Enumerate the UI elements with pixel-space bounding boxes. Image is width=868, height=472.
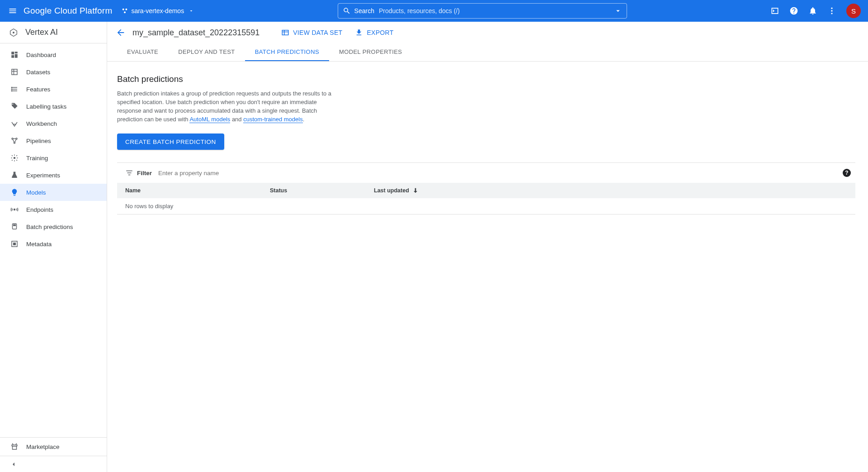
sidebar-item-batch-predictions[interactable]: Batch predictions (0, 218, 107, 235)
svg-rect-10 (11, 55, 14, 58)
desc-and: and (230, 116, 243, 123)
back-button[interactable] (115, 27, 126, 38)
svg-point-2 (124, 11, 126, 13)
sidebar-item-experiments[interactable]: Experiments (0, 167, 107, 184)
sidebar-item-label: Workbench (26, 120, 57, 127)
content-heading: Batch predictions (117, 74, 855, 84)
svg-rect-23 (14, 225, 16, 226)
features-icon (10, 85, 19, 94)
automl-models-link[interactable]: AutoML models (189, 116, 230, 123)
custom-trained-models-link[interactable]: custom-trained models (243, 116, 303, 123)
cloud-shell-icon (770, 6, 779, 15)
dashboard-icon (10, 50, 19, 59)
sidebar-item-label: Metadata (26, 241, 52, 248)
sidebar-item-label: Datasets (26, 69, 50, 76)
search-dropdown-icon[interactable] (614, 7, 622, 15)
notifications-button[interactable] (808, 6, 817, 15)
kebab-icon (827, 6, 836, 15)
sidebar-item-features[interactable]: Features (0, 81, 107, 98)
datasets-icon (10, 67, 19, 76)
view-dataset-button[interactable]: VIEW DATA SET (281, 29, 342, 37)
sidebar-item-metadata[interactable]: Metadata (0, 235, 107, 253)
pipelines-icon (10, 136, 19, 145)
svg-point-20 (14, 157, 16, 159)
sidebar-item-label: Training (26, 155, 48, 162)
svg-point-1 (126, 9, 127, 10)
svg-point-5 (831, 13, 832, 14)
export-label: EXPORT (367, 29, 393, 36)
sidebar-item-models[interactable]: Models (0, 184, 107, 201)
filter-input[interactable] (158, 170, 294, 176)
sidebar-item-label: Features (26, 86, 50, 93)
export-button[interactable]: EXPORT (355, 29, 393, 37)
sidebar-item-endpoints[interactable]: Endpoints (0, 201, 107, 218)
column-name[interactable]: Name (125, 187, 270, 194)
sidebar-item-label: Batch predictions (26, 224, 73, 230)
desc-end: . (303, 116, 305, 123)
vertex-ai-icon (8, 27, 19, 38)
svg-rect-26 (282, 30, 288, 35)
tab-evaluate[interactable]: EVALUATE (117, 43, 168, 61)
svg-point-15 (11, 89, 12, 90)
marketplace-icon (10, 442, 19, 451)
more-button[interactable] (827, 6, 836, 15)
sidebar-product-title: Vertex AI (25, 28, 58, 37)
cloud-shell-button[interactable] (770, 6, 779, 15)
column-last-updated[interactable]: Last updated (374, 187, 419, 194)
bell-icon (808, 6, 817, 15)
tab-deploy-and-test[interactable]: DEPLOY AND TEST (168, 43, 245, 61)
help-button[interactable] (789, 6, 798, 15)
sidebar-item-dashboard[interactable]: Dashboard (0, 46, 107, 63)
sidebar-item-marketplace[interactable]: Marketplace (0, 438, 107, 456)
page-title: my_sample_dataset_20222315591 (132, 28, 259, 38)
sidebar-collapse-button[interactable] (0, 456, 107, 472)
search-box[interactable]: Search Products, resources, docs (/) (338, 3, 627, 19)
svg-point-21 (14, 209, 15, 210)
svg-rect-11 (12, 69, 17, 75)
page-header: my_sample_dataset_20222315591 VIEW DATA … (107, 22, 868, 43)
question-icon: ? (845, 170, 848, 176)
svg-point-0 (123, 9, 124, 10)
sidebar-item-workbench[interactable]: Workbench (0, 115, 107, 132)
training-icon (10, 153, 19, 162)
hamburger-menu-button[interactable] (7, 5, 18, 16)
sidebar-item-pipelines[interactable]: Pipelines (0, 132, 107, 149)
gcp-logo[interactable]: Google Cloud Platform (24, 6, 112, 16)
view-dataset-label: VIEW DATA SET (293, 29, 342, 36)
svg-rect-7 (11, 52, 14, 54)
project-picker[interactable]: sara-vertex-demos (121, 7, 194, 14)
search-label: Search (354, 7, 374, 14)
sidebar-product-header[interactable]: Vertex AI (0, 22, 107, 43)
sidebar: Vertex AI Dashboard Datasets Features La… (0, 22, 107, 472)
tab-batch-predictions[interactable]: BATCH PREDICTIONS (245, 43, 329, 61)
content-description: Batch prediction intakes a group of pred… (117, 90, 334, 124)
endpoints-icon (10, 205, 19, 214)
svg-rect-8 (15, 52, 18, 53)
arrow-back-icon (116, 28, 126, 38)
table-area: Filter ? Name Status Last updated No row… (117, 162, 855, 215)
workbench-icon (10, 119, 19, 128)
create-batch-prediction-button[interactable]: CREATE BATCH PREDICTION (117, 133, 224, 150)
svg-point-17 (12, 138, 13, 139)
sort-desc-icon (412, 187, 419, 194)
sidebar-item-label: Experiments (26, 172, 60, 179)
download-icon (355, 29, 363, 37)
filter-label: Filter (137, 170, 152, 176)
column-status[interactable]: Status (270, 187, 374, 194)
empty-state: No rows to display (117, 198, 855, 215)
account-avatar[interactable]: S (846, 4, 861, 18)
project-dots-icon (121, 7, 128, 14)
batch-icon (10, 222, 19, 231)
tab-model-properties[interactable]: MODEL PROPERTIES (329, 43, 412, 61)
sidebar-item-datasets[interactable]: Datasets (0, 63, 107, 81)
filter-help-button[interactable]: ? (843, 169, 851, 177)
svg-point-6 (13, 32, 14, 33)
sidebar-item-labelling[interactable]: Labelling tasks (0, 98, 107, 115)
table-icon (281, 29, 289, 37)
svg-point-18 (16, 138, 17, 139)
chevron-down-icon (189, 8, 194, 14)
sidebar-nav: Dashboard Datasets Features Labelling ta… (0, 43, 107, 437)
column-last-updated-label: Last updated (374, 187, 409, 194)
tabs: EVALUATE DEPLOY AND TEST BATCH PREDICTIO… (107, 43, 868, 62)
sidebar-item-training[interactable]: Training (0, 149, 107, 167)
